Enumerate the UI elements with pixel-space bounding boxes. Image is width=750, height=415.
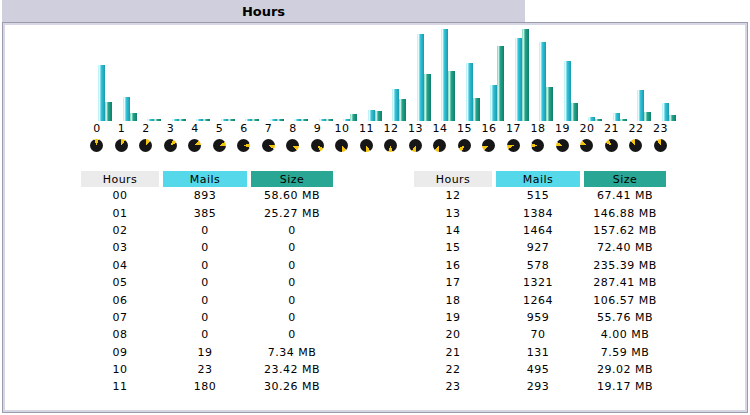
size-cell: 0	[251, 257, 333, 274]
table-row: 0800	[81, 326, 333, 343]
size-bar	[326, 119, 333, 121]
clock-icon	[384, 139, 397, 152]
mails-cell: 0	[163, 239, 247, 256]
mails-cell: 131	[496, 344, 580, 361]
size-bar	[448, 71, 455, 121]
size-bar	[375, 111, 382, 121]
hour-cell: 16	[414, 257, 492, 274]
mails-cell: 0	[163, 274, 247, 291]
table-header-row: HoursMailsSize	[414, 171, 666, 187]
clock-icon	[188, 139, 201, 152]
size-bar	[571, 103, 578, 121]
hour-cell: 00	[81, 187, 159, 204]
size-cell: 58.60 MB	[251, 187, 333, 204]
mails-cell: 0	[163, 326, 247, 343]
hour-axis-label: 4	[182, 122, 208, 135]
hour-axis-label: 21	[599, 122, 625, 135]
size-cell: 0	[251, 239, 333, 256]
hourly-mail-report: { "tab": { "title": "Hours" }, "colors":…	[0, 0, 750, 415]
hour-cell: 06	[81, 291, 159, 308]
mails-cell: 1264	[496, 291, 580, 308]
mails-bar	[539, 42, 546, 121]
size-bar	[546, 87, 553, 121]
size-bar	[497, 46, 504, 121]
size-cell: 29.02 MB	[584, 361, 666, 378]
mails-cell: 1321	[496, 274, 580, 291]
size-bar	[473, 98, 480, 121]
hour-axis-label: 17	[501, 122, 527, 135]
size-cell: 19.17 MB	[584, 378, 666, 395]
hour-cell: 13	[414, 204, 492, 221]
mails-bar	[123, 97, 130, 121]
size-cell: 146.88 MB	[584, 204, 666, 221]
size-cell: 67.41 MB	[584, 187, 666, 204]
size-cell: 287.41 MB	[584, 274, 666, 291]
clock-icon	[115, 139, 128, 152]
size-bar	[203, 119, 210, 121]
tab-hours[interactable]: Hours	[2, 0, 525, 22]
table-row: 0500	[81, 274, 333, 291]
hour-axis-label: 0	[84, 122, 110, 135]
size-bar	[620, 119, 627, 121]
size-bar	[179, 119, 186, 121]
size-bar	[252, 119, 259, 121]
mails-bar	[588, 117, 595, 121]
table-row: 2249529.02 MB	[414, 361, 666, 378]
table-row: 181264106.57 MB	[414, 291, 666, 308]
hour-cell: 09	[81, 344, 159, 361]
mails-bar	[392, 89, 399, 121]
mails-cell: 0	[163, 257, 247, 274]
hour-axis-label: 13	[403, 122, 429, 135]
clock-icon	[605, 139, 618, 152]
size-cell: 4.00 MB	[584, 326, 666, 343]
mails-bar	[368, 110, 375, 121]
size-cell: 157.62 MB	[584, 222, 666, 239]
mails-cell: 893	[163, 187, 247, 204]
clock-icon	[556, 139, 569, 152]
mails-cell: 495	[496, 361, 580, 378]
column-header-hours: Hours	[81, 171, 159, 187]
mails-cell: 515	[496, 187, 580, 204]
table-row: 2329319.17 MB	[414, 378, 666, 395]
hour-axis-label: 22	[623, 122, 649, 135]
size-bar	[424, 74, 431, 121]
size-bar	[644, 112, 651, 121]
table-row: 20704.00 MB	[414, 326, 666, 343]
table-row: 102323.42 MB	[81, 361, 333, 378]
clock-icon	[286, 139, 299, 152]
mails-cell: 23	[163, 361, 247, 378]
mails-bar	[613, 113, 620, 121]
clock-icon	[580, 139, 593, 152]
mails-cell: 19	[163, 344, 247, 361]
mails-bar	[564, 61, 571, 121]
table-header-row: HoursMailsSize	[81, 171, 333, 187]
size-bar	[399, 99, 406, 121]
hourly-chart: 01234567891011121314151617181920212223	[3, 23, 747, 183]
clock-icon	[90, 139, 103, 152]
hour-axis-label: 8	[280, 122, 306, 135]
clock-icon	[458, 139, 471, 152]
size-cell: 23.42 MB	[251, 361, 333, 378]
mails-bar	[221, 119, 228, 121]
mails-bar	[515, 38, 522, 121]
mails-cell: 0	[163, 222, 247, 239]
table-row: 1592772.40 MB	[414, 239, 666, 256]
table-row: 0089358.60 MB	[81, 187, 333, 204]
table-row: 0138525.27 MB	[81, 204, 333, 221]
hour-axis-label: 5	[207, 122, 233, 135]
hour-cell: 21	[414, 344, 492, 361]
mails-cell: 1464	[496, 222, 580, 239]
size-bar	[277, 119, 284, 121]
mails-bar	[98, 65, 105, 121]
hour-cell: 08	[81, 326, 159, 343]
hour-axis-label: 15	[452, 122, 478, 135]
size-cell: 30.26 MB	[251, 378, 333, 395]
hour-cell: 01	[81, 204, 159, 221]
clock-icon	[654, 139, 667, 152]
table-row: 0700	[81, 309, 333, 326]
hour-cell: 04	[81, 257, 159, 274]
hour-cell: 17	[414, 274, 492, 291]
size-bar	[595, 119, 602, 121]
size-cell: 7.34 MB	[251, 344, 333, 361]
clock-icon	[629, 139, 642, 152]
